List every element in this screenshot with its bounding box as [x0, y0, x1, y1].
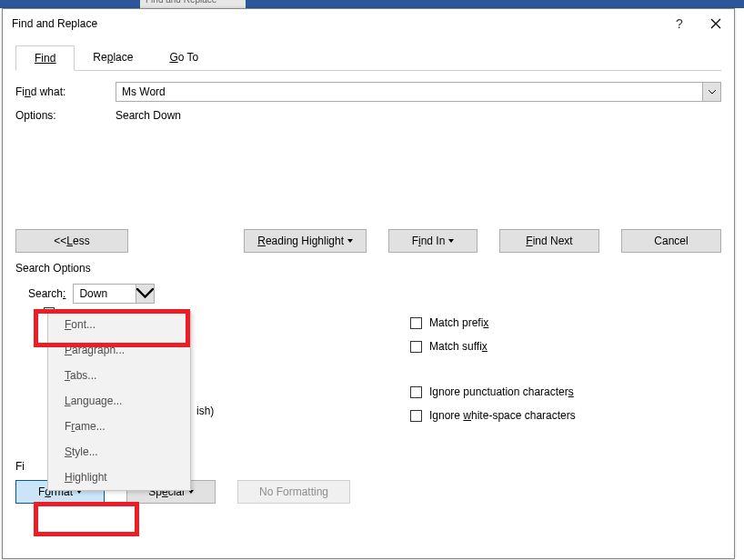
find-what-dropdown[interactable] — [702, 83, 720, 101]
chevron-down-icon — [709, 90, 716, 95]
chevron-down-icon — [136, 288, 154, 299]
search-direction-value: Down — [74, 285, 136, 303]
options-row: Options: Search Down — [15, 109, 721, 122]
find-what-label: Find what: — [15, 85, 116, 98]
close-button[interactable] — [698, 9, 734, 38]
menu-item-paragraph[interactable]: Paragraph... — [48, 337, 190, 363]
checkbox-box — [410, 317, 422, 329]
find-what-input[interactable] — [116, 83, 702, 101]
menu-item-language[interactable]: Language... — [48, 388, 190, 414]
reading-highlight-button[interactable]: Reading Highlight — [244, 229, 367, 253]
format-popup-menu: Font... Paragraph... Tabs... Language...… — [47, 311, 191, 491]
tab-strip: Find Replace Go To — [15, 45, 721, 71]
ignore-ws-label: Ignore white-space characters — [429, 409, 576, 422]
search-direction-select[interactable]: Down — [73, 284, 155, 304]
ignore-punct-checkbox[interactable]: Ignore punctuation characters — [410, 385, 721, 398]
checkbox-box — [410, 410, 422, 422]
menu-item-highlight[interactable]: Highlight — [48, 465, 190, 490]
no-formatting-button: No Formatting — [237, 480, 350, 504]
tab-replace[interactable]: Replace — [75, 45, 151, 70]
checkbox-box — [410, 386, 422, 398]
find-what-combo[interactable] — [116, 82, 721, 102]
menu-item-font[interactable]: Font... — [48, 312, 190, 337]
menu-item-frame[interactable]: Frame... — [48, 414, 190, 439]
match-prefix-label: Match prefix — [429, 316, 488, 329]
find-in-button[interactable]: Find In — [388, 229, 478, 253]
tab-find[interactable]: Find — [15, 45, 75, 71]
titlebar: Find and Replace ? — [3, 9, 734, 38]
options-value: Search Down — [116, 109, 181, 122]
search-options-heading: Search Options — [15, 262, 721, 275]
find-next-button[interactable]: Find Next — [499, 229, 599, 253]
caret-down-icon — [448, 239, 454, 243]
cancel-button[interactable]: Cancel — [621, 229, 721, 253]
word-ribbon-backdrop — [0, 0, 744, 8]
main-button-row: << Less Reading Highlight Find In Find N… — [15, 229, 721, 253]
backdrop-tab-label: Find and Replace — [140, 0, 246, 8]
dialog-title: Find and Replace — [12, 17, 661, 30]
search-direction-row: Search: Down — [28, 284, 721, 304]
match-suffix-label: Match suffix — [429, 340, 488, 353]
search-direction-label: Search: — [28, 287, 65, 300]
menu-item-tabs[interactable]: Tabs... — [48, 363, 190, 388]
help-button[interactable]: ? — [661, 9, 698, 38]
tab-goto[interactable]: Go To — [151, 45, 216, 70]
ignore-punct-label: Ignore punctuation characters — [429, 385, 574, 398]
search-direction-dropdown[interactable] — [136, 285, 154, 303]
close-icon — [710, 18, 721, 29]
obscured-text: ish) — [196, 405, 214, 417]
checkbox-box — [410, 341, 422, 353]
match-suffix-checkbox[interactable]: Match suffix — [410, 340, 721, 353]
find-what-row: Find what: — [15, 82, 721, 102]
ignore-ws-checkbox[interactable]: Ignore white-space characters — [410, 409, 721, 422]
caret-down-icon — [347, 239, 353, 243]
less-button[interactable]: << Less — [15, 229, 128, 253]
checks-right: Match prefix Match suffix Ignore punctua… — [397, 311, 721, 433]
match-prefix-checkbox[interactable]: Match prefix — [410, 316, 721, 329]
menu-item-style[interactable]: Style... — [48, 439, 190, 465]
options-label: Options: — [15, 109, 116, 122]
